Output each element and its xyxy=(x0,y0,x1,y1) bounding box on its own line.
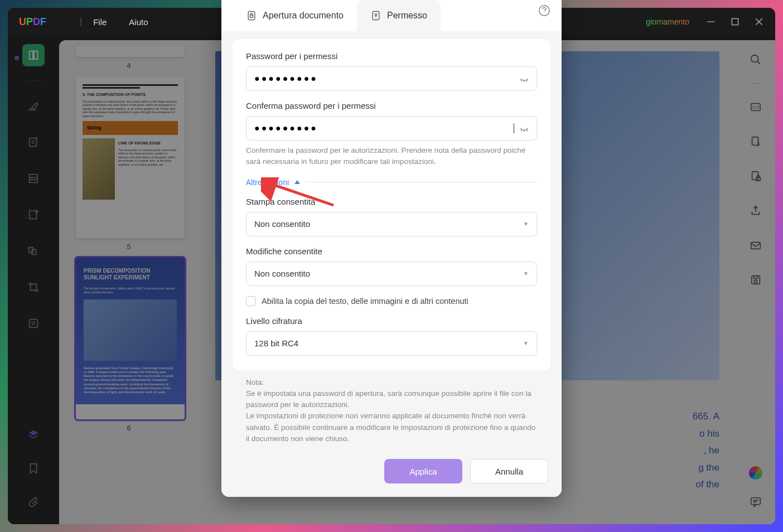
svg-rect-18 xyxy=(752,137,758,146)
share-icon[interactable] xyxy=(745,200,767,222)
toggle-visibility-icon[interactable] xyxy=(519,122,530,135)
svg-point-14 xyxy=(751,55,758,62)
svg-line-36 xyxy=(521,130,522,132)
encryption-label: Livello cifratura xyxy=(246,316,537,326)
svg-rect-5 xyxy=(34,51,37,60)
tab-permission[interactable]: Permesso xyxy=(357,0,441,31)
menu-file[interactable]: File xyxy=(93,17,107,27)
protect-icon[interactable] xyxy=(745,165,767,187)
separator xyxy=(27,80,40,81)
tab-open-document[interactable]: Apertura documento xyxy=(233,0,357,31)
changes-allowed-select[interactable]: Non consentito ▼ xyxy=(246,262,537,286)
tool-edit-icon[interactable] xyxy=(22,131,45,153)
thumb-caption: Newton graduated from Trinity College, C… xyxy=(84,366,177,394)
tool-reader-icon[interactable] xyxy=(22,44,45,66)
tool-layers-icon[interactable] xyxy=(22,424,45,446)
thumb-preview: PRISM DECOMPOSITION SUNLIGHT EXPERIMENT … xyxy=(76,258,185,419)
convert-icon[interactable] xyxy=(745,130,767,153)
thumbnail-page-4[interactable]: 4 xyxy=(76,46,182,70)
svg-line-33 xyxy=(521,80,522,82)
note-section: Nota: Se è impostata una password di ape… xyxy=(233,370,550,445)
svg-rect-13 xyxy=(30,320,38,328)
thumbnail-page-6[interactable]: PRISM DECOMPOSITION SUNLIGHT EXPERIMENT … xyxy=(76,258,182,432)
thumb-subheading: LINE OF KNOWLEDGE xyxy=(118,141,178,146)
tool-highlight-icon[interactable] xyxy=(22,95,45,117)
svg-text:OCR: OCR xyxy=(752,105,760,109)
changes-allowed-label: Modifiche consentite xyxy=(246,246,537,256)
select-value: 128 bit RC4 xyxy=(254,338,298,348)
dialog-card: Password per i permessi Conferma passwor… xyxy=(233,39,550,370)
svg-rect-28 xyxy=(248,12,255,20)
password-confirm-input[interactable] xyxy=(246,116,537,141)
window-close[interactable] xyxy=(754,17,764,27)
chevron-up-icon xyxy=(294,180,300,184)
tool-fill-icon[interactable] xyxy=(22,204,45,226)
thumb-band: String xyxy=(83,121,178,135)
dialog-tabs: Apertura documento Permesso xyxy=(221,0,562,31)
svg-rect-7 xyxy=(30,175,38,183)
thumb-preview xyxy=(76,46,185,57)
password-input[interactable] xyxy=(246,66,537,91)
thumbnail-page-5[interactable]: 3. THE COMPOSITION OF POINTS The composi… xyxy=(76,76,182,251)
tool-pages-icon[interactable] xyxy=(22,240,45,262)
update-link[interactable]: giornamento xyxy=(646,17,689,26)
save-icon[interactable] xyxy=(745,269,767,291)
thumb-heading: 3. THE COMPOSITION OF POINTS xyxy=(83,92,178,98)
svg-rect-6 xyxy=(30,138,37,147)
ai-assistant-icon[interactable] xyxy=(749,466,762,480)
tool-attachment-icon[interactable] xyxy=(22,491,45,513)
window-maximize[interactable] xyxy=(730,17,740,27)
search-icon[interactable] xyxy=(745,49,767,71)
svg-rect-4 xyxy=(30,51,33,60)
tool-crop-icon[interactable] xyxy=(22,276,45,298)
svg-rect-29 xyxy=(250,15,253,17)
svg-rect-23 xyxy=(753,276,757,279)
app-logo: UPDF xyxy=(19,16,46,28)
printing-allowed-label: Stampa consentita xyxy=(246,197,537,206)
apply-button[interactable]: Applica xyxy=(384,459,462,483)
separator xyxy=(306,182,537,182)
help-icon[interactable] xyxy=(538,4,550,17)
select-value: Non consentito xyxy=(254,269,310,278)
checkbox-label: Abilita la copia del testo, delle immagi… xyxy=(262,297,468,306)
thumb-number: 5 xyxy=(76,243,182,251)
tool-redact-icon[interactable] xyxy=(22,312,45,335)
thumb-title: PRISM DECOMPOSITION SUNLIGHT EXPERIMENT xyxy=(84,268,177,281)
ocr-icon[interactable]: OCR xyxy=(745,96,767,118)
password-confirm-label: Conferma password per i permessi xyxy=(246,101,537,110)
separator xyxy=(750,83,761,84)
window-minimize[interactable] xyxy=(706,17,716,27)
comment-icon[interactable] xyxy=(745,491,767,513)
dialog-footer: Applica Annulla xyxy=(221,449,562,497)
svg-line-35 xyxy=(526,80,528,82)
encryption-select[interactable]: 128 bit RC4 ▼ xyxy=(246,331,537,356)
menu-help[interactable]: Aiuto xyxy=(129,17,148,27)
chevron-down-icon: ▼ xyxy=(523,221,529,227)
note-text: Se è impostata una password di apertura,… xyxy=(246,388,537,411)
thumb-number: 6 xyxy=(76,424,182,432)
tool-organize-icon[interactable] xyxy=(22,167,45,190)
tab-label: Apertura documento xyxy=(263,11,344,21)
printing-allowed-select[interactable]: Non consentito ▼ xyxy=(246,212,537,236)
note-title: Nota: xyxy=(246,377,537,388)
select-value: Non consentito xyxy=(254,219,310,229)
checkbox-icon xyxy=(246,296,256,306)
email-icon[interactable] xyxy=(745,234,767,257)
dialog-body: Password per i permessi Conferma passwor… xyxy=(221,31,562,449)
svg-point-24 xyxy=(754,280,757,283)
svg-rect-25 xyxy=(751,498,761,505)
thumb-preview: 3. THE COMPOSITION OF POINTS The composi… xyxy=(76,76,185,238)
enable-copy-checkbox[interactable]: Abilita la copia del testo, delle immagi… xyxy=(246,296,537,306)
permission-icon xyxy=(370,10,381,21)
toggle-visibility-icon[interactable] xyxy=(519,72,530,85)
thumb-image xyxy=(84,299,177,361)
more-options-toggle[interactable]: Altre opzioni xyxy=(246,178,537,187)
password-label: Password per i permessi xyxy=(246,51,537,61)
svg-line-15 xyxy=(757,61,761,65)
thumbnail-panel: 4 3. THE COMPOSITION OF POINTS The compo… xyxy=(59,40,199,524)
thumb-number: 4 xyxy=(76,61,182,70)
tool-bookmark-icon[interactable] xyxy=(22,457,45,480)
svg-point-31 xyxy=(375,14,376,16)
document-lock-icon xyxy=(246,10,257,21)
cancel-button[interactable]: Annulla xyxy=(470,459,548,483)
